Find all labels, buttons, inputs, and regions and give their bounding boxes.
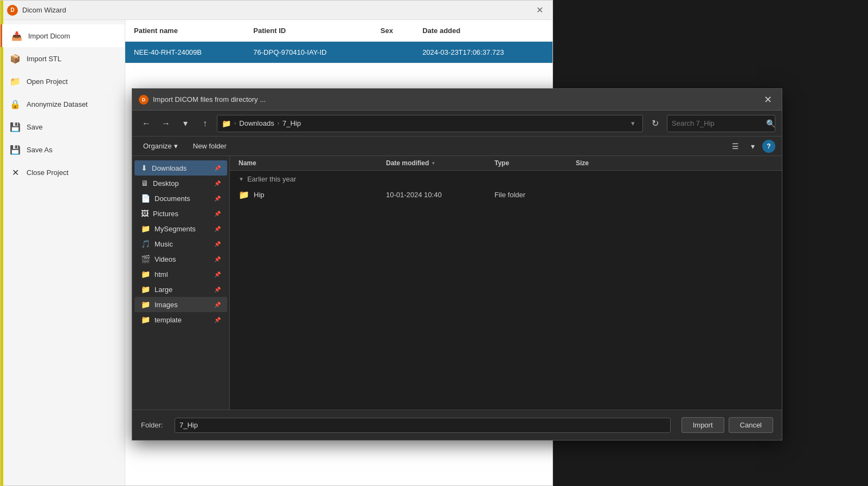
left-panel-label-documents: Documents bbox=[155, 195, 190, 203]
folder-input[interactable] bbox=[175, 418, 671, 433]
anonymize-icon: 🔒 bbox=[9, 98, 21, 110]
save-as-icon: 💾 bbox=[9, 144, 21, 155]
import-button[interactable]: Import bbox=[681, 417, 724, 433]
help-button[interactable]: ? bbox=[762, 140, 775, 153]
left-panel-item-downloads[interactable]: ⬇ Downloads 📌 bbox=[134, 160, 227, 176]
documents-icon: 📄 bbox=[141, 194, 150, 203]
table-row[interactable]: NEE-40-RHT-24009B 76-DPQ-970410-IAY-ID 2… bbox=[125, 42, 552, 63]
sidebar-item-import-stl[interactable]: 📦 Import STL bbox=[1, 47, 125, 70]
hip-folder-icon: 📁 bbox=[239, 190, 249, 200]
pin-icon-pictures: 📌 bbox=[214, 211, 221, 217]
section-collapse-icon: ▼ bbox=[239, 176, 244, 182]
sidebar-item-close-project[interactable]: ✕ Close Project bbox=[1, 161, 125, 184]
html-icon: 📁 bbox=[141, 270, 150, 278]
back-button[interactable]: ← bbox=[139, 116, 154, 131]
large-icon: 📁 bbox=[141, 285, 150, 294]
file-date-hip: 10-01-2024 10:40 bbox=[382, 191, 490, 199]
file-row-hip[interactable]: 📁 Hip 10-01-2024 10:40 File folder bbox=[230, 187, 782, 202]
sidebar-label-import-dicom: Import Dicom bbox=[28, 32, 70, 40]
view-dropdown-button[interactable]: ▾ bbox=[745, 139, 760, 154]
file-name-hip: Hip bbox=[254, 191, 265, 199]
address-bar-dropdown[interactable]: ▾ bbox=[627, 118, 638, 129]
main-close-button[interactable]: ✕ bbox=[533, 4, 546, 17]
patient-name-cell: NEE-40-RHT-24009B bbox=[125, 42, 245, 63]
address-chevron-2: › bbox=[278, 120, 279, 126]
footer-buttons: Import Cancel bbox=[681, 417, 773, 433]
left-panel-item-images[interactable]: 📁 Images 📌 bbox=[134, 297, 227, 312]
col-header-date[interactable]: Date modified ▼ bbox=[382, 159, 490, 167]
downloads-icon: ⬇ bbox=[141, 164, 147, 172]
address-folder-icon: 📁 bbox=[222, 119, 231, 128]
col-header-size[interactable]: Size bbox=[571, 159, 626, 167]
sidebar: 📥 Import Dicom 📦 Import STL 📁 Open Proje… bbox=[1, 20, 125, 485]
organize-label: Organize bbox=[143, 142, 172, 150]
folder-label: Folder: bbox=[141, 421, 168, 429]
import-stl-icon: 📦 bbox=[9, 53, 21, 64]
search-icon: 🔍 bbox=[766, 119, 775, 128]
refresh-button[interactable]: ↻ bbox=[647, 116, 663, 131]
sidebar-item-anonymize-dataset[interactable]: 🔒 Anonymize Dataset bbox=[1, 93, 125, 115]
dialog-address-toolbar: ← → ▾ ↑ 📁 › Downloads › 7_Hip ▾ ↻ 🔍 bbox=[132, 111, 782, 137]
left-panel-item-template[interactable]: 📁 template 📌 bbox=[134, 312, 227, 327]
sidebar-item-import-dicom[interactable]: 📥 Import Dicom bbox=[1, 24, 125, 47]
patient-sex-cell bbox=[372, 42, 414, 63]
up-button[interactable]: ↑ bbox=[197, 116, 213, 131]
left-panel-label-music: Music bbox=[155, 240, 173, 248]
patient-table: Patient name Patient ID Sex Date added N… bbox=[125, 20, 552, 63]
resize-handle[interactable]: ⋱ bbox=[775, 433, 782, 440]
left-panel-item-videos[interactable]: 🎬 Videos 📌 bbox=[134, 251, 227, 267]
col-date-added: Date added bbox=[414, 20, 552, 42]
main-title: Dicom Wizard bbox=[22, 6, 66, 14]
sidebar-item-save-as[interactable]: 💾 Save As bbox=[1, 138, 125, 161]
patient-date-cell: 2024-03-23T17:06:37.723 bbox=[414, 42, 552, 63]
template-icon: 📁 bbox=[141, 315, 150, 324]
pin-icon-html: 📌 bbox=[214, 271, 221, 277]
left-panel-item-music[interactable]: 🎵 Music 📌 bbox=[134, 236, 227, 251]
view-options-button[interactable]: ☰ bbox=[728, 139, 743, 154]
dialog-toolbar2: Organize ▾ New folder ☰ ▾ ? bbox=[132, 137, 782, 156]
col-header-type[interactable]: Type bbox=[490, 159, 571, 167]
dialog-app-icon: D bbox=[139, 95, 149, 105]
import-dicom-icon: 📥 bbox=[11, 30, 23, 42]
left-panel-item-desktop[interactable]: 🖥 Desktop 📌 bbox=[134, 176, 227, 191]
address-part-hip: 7_Hip bbox=[282, 119, 301, 127]
dropdown-nav-button[interactable]: ▾ bbox=[178, 116, 193, 131]
dialog-close-button[interactable]: ✕ bbox=[760, 92, 775, 107]
sort-arrow-icon: ▼ bbox=[431, 161, 435, 166]
save-icon: 💾 bbox=[9, 121, 21, 133]
close-project-icon: ✕ bbox=[9, 166, 21, 178]
patient-id-cell: 76-DPQ-970410-IAY-ID bbox=[245, 42, 371, 63]
organize-chevron-icon: ▾ bbox=[174, 142, 178, 150]
organize-button[interactable]: Organize ▾ bbox=[139, 140, 182, 152]
cancel-button[interactable]: Cancel bbox=[729, 417, 773, 433]
left-panel-label-downloads: Downloads bbox=[152, 164, 187, 172]
address-bar[interactable]: 📁 › Downloads › 7_Hip ▾ bbox=[217, 115, 643, 132]
pin-icon-desktop: 📌 bbox=[214, 180, 221, 186]
mysegments-icon: 📁 bbox=[141, 224, 150, 233]
file-section-earlier[interactable]: ▼ Earlier this year bbox=[230, 171, 782, 187]
sidebar-label-anonymize: Anonymize Dataset bbox=[27, 100, 88, 108]
pin-icon-downloads: 📌 bbox=[214, 165, 221, 171]
pin-icon-mysegments: 📌 bbox=[214, 226, 221, 232]
left-panel-item-documents[interactable]: 📄 Documents 📌 bbox=[134, 191, 227, 206]
col-header-name[interactable]: Name bbox=[230, 159, 382, 167]
sidebar-label-open-project: Open Project bbox=[27, 77, 68, 86]
left-panel-item-pictures[interactable]: 🖼 Pictures 📌 bbox=[134, 206, 227, 221]
left-panel-label-template: template bbox=[155, 316, 182, 324]
main-titlebar: D Dicom Wizard ✕ bbox=[1, 1, 552, 20]
sidebar-item-open-project[interactable]: 📁 Open Project bbox=[1, 70, 125, 93]
dialog-left-panel: ⬇ Downloads 📌 🖥 Desktop 📌 📄 Documents 📌 … bbox=[132, 156, 230, 410]
pin-icon-images: 📌 bbox=[214, 302, 221, 308]
sidebar-label-save-as: Save As bbox=[27, 146, 53, 154]
sidebar-item-save[interactable]: 💾 Save bbox=[1, 115, 125, 138]
forward-button[interactable]: → bbox=[158, 116, 173, 131]
new-folder-button[interactable]: New folder bbox=[189, 140, 231, 152]
left-panel-label-mysegments: MySegments bbox=[155, 225, 196, 233]
left-panel-item-html[interactable]: 📁 html 📌 bbox=[134, 267, 227, 282]
left-panel-item-large[interactable]: 📁 Large 📌 bbox=[134, 282, 227, 297]
search-input[interactable] bbox=[672, 119, 763, 127]
desktop-icon: 🖥 bbox=[141, 179, 149, 187]
dialog-body: ⬇ Downloads 📌 🖥 Desktop 📌 📄 Documents 📌 … bbox=[132, 156, 782, 410]
left-panel-item-mysegments[interactable]: 📁 MySegments 📌 bbox=[134, 221, 227, 236]
section-label-earlier: Earlier this year bbox=[247, 175, 296, 183]
